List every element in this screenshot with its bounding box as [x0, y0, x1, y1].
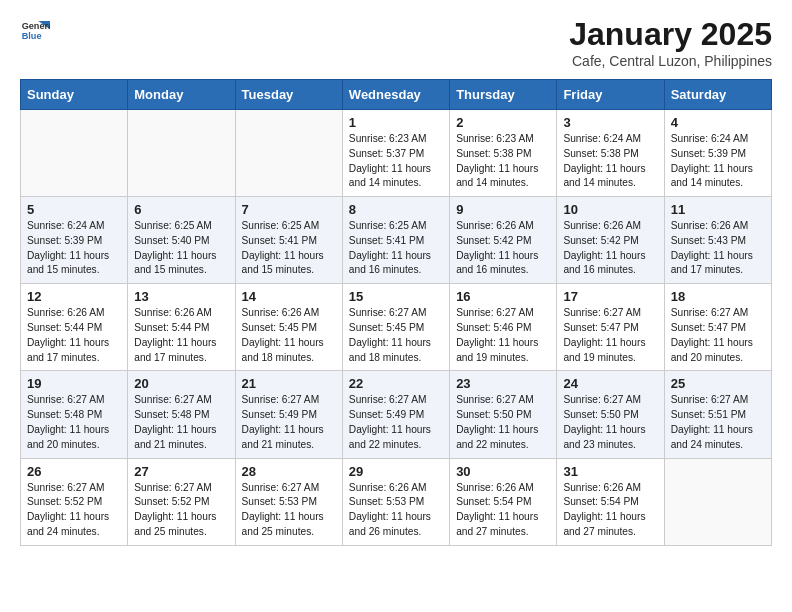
calendar-week-row: 19Sunrise: 6:27 AMSunset: 5:48 PMDayligh… — [21, 371, 772, 458]
subtitle: Cafe, Central Luzon, Philippines — [569, 53, 772, 69]
day-number: 18 — [671, 289, 765, 304]
day-header-friday: Friday — [557, 80, 664, 110]
day-number: 23 — [456, 376, 550, 391]
day-number: 5 — [27, 202, 121, 217]
day-number: 4 — [671, 115, 765, 130]
day-number: 26 — [27, 464, 121, 479]
day-info: Sunrise: 6:27 AMSunset: 5:52 PMDaylight:… — [134, 482, 216, 537]
day-info: Sunrise: 6:26 AMSunset: 5:42 PMDaylight:… — [563, 220, 645, 275]
day-info: Sunrise: 6:27 AMSunset: 5:47 PMDaylight:… — [671, 307, 753, 362]
day-info: Sunrise: 6:27 AMSunset: 5:48 PMDaylight:… — [134, 394, 216, 449]
calendar-week-row: 1Sunrise: 6:23 AMSunset: 5:37 PMDaylight… — [21, 110, 772, 197]
day-number: 15 — [349, 289, 443, 304]
day-number: 10 — [563, 202, 657, 217]
calendar-cell: 27Sunrise: 6:27 AMSunset: 5:52 PMDayligh… — [128, 458, 235, 545]
day-number: 9 — [456, 202, 550, 217]
calendar-cell: 16Sunrise: 6:27 AMSunset: 5:46 PMDayligh… — [450, 284, 557, 371]
calendar-cell: 7Sunrise: 6:25 AMSunset: 5:41 PMDaylight… — [235, 197, 342, 284]
calendar-table: SundayMondayTuesdayWednesdayThursdayFrid… — [20, 79, 772, 546]
calendar-week-row: 26Sunrise: 6:27 AMSunset: 5:52 PMDayligh… — [21, 458, 772, 545]
day-info: Sunrise: 6:27 AMSunset: 5:45 PMDaylight:… — [349, 307, 431, 362]
day-number: 19 — [27, 376, 121, 391]
calendar-cell: 5Sunrise: 6:24 AMSunset: 5:39 PMDaylight… — [21, 197, 128, 284]
day-number: 31 — [563, 464, 657, 479]
day-number: 28 — [242, 464, 336, 479]
day-header-saturday: Saturday — [664, 80, 771, 110]
calendar-cell: 3Sunrise: 6:24 AMSunset: 5:38 PMDaylight… — [557, 110, 664, 197]
day-number: 16 — [456, 289, 550, 304]
day-info: Sunrise: 6:24 AMSunset: 5:38 PMDaylight:… — [563, 133, 645, 188]
day-info: Sunrise: 6:26 AMSunset: 5:54 PMDaylight:… — [563, 482, 645, 537]
calendar-cell: 24Sunrise: 6:27 AMSunset: 5:50 PMDayligh… — [557, 371, 664, 458]
day-number: 14 — [242, 289, 336, 304]
logo: General Blue — [20, 16, 50, 46]
calendar-cell: 2Sunrise: 6:23 AMSunset: 5:38 PMDaylight… — [450, 110, 557, 197]
day-number: 29 — [349, 464, 443, 479]
calendar-cell: 8Sunrise: 6:25 AMSunset: 5:41 PMDaylight… — [342, 197, 449, 284]
day-number: 2 — [456, 115, 550, 130]
day-number: 24 — [563, 376, 657, 391]
calendar-cell: 31Sunrise: 6:26 AMSunset: 5:54 PMDayligh… — [557, 458, 664, 545]
day-number: 1 — [349, 115, 443, 130]
calendar-cell: 29Sunrise: 6:26 AMSunset: 5:53 PMDayligh… — [342, 458, 449, 545]
day-info: Sunrise: 6:26 AMSunset: 5:42 PMDaylight:… — [456, 220, 538, 275]
day-header-wednesday: Wednesday — [342, 80, 449, 110]
day-info: Sunrise: 6:26 AMSunset: 5:44 PMDaylight:… — [134, 307, 216, 362]
day-info: Sunrise: 6:25 AMSunset: 5:40 PMDaylight:… — [134, 220, 216, 275]
calendar-cell: 20Sunrise: 6:27 AMSunset: 5:48 PMDayligh… — [128, 371, 235, 458]
calendar-cell: 9Sunrise: 6:26 AMSunset: 5:42 PMDaylight… — [450, 197, 557, 284]
calendar-cell: 21Sunrise: 6:27 AMSunset: 5:49 PMDayligh… — [235, 371, 342, 458]
calendar-cell: 30Sunrise: 6:26 AMSunset: 5:54 PMDayligh… — [450, 458, 557, 545]
day-info: Sunrise: 6:27 AMSunset: 5:49 PMDaylight:… — [242, 394, 324, 449]
day-number: 27 — [134, 464, 228, 479]
calendar-cell — [21, 110, 128, 197]
calendar-cell — [128, 110, 235, 197]
day-number: 30 — [456, 464, 550, 479]
day-header-thursday: Thursday — [450, 80, 557, 110]
calendar-week-row: 12Sunrise: 6:26 AMSunset: 5:44 PMDayligh… — [21, 284, 772, 371]
calendar-header-row: SundayMondayTuesdayWednesdayThursdayFrid… — [21, 80, 772, 110]
day-info: Sunrise: 6:26 AMSunset: 5:44 PMDaylight:… — [27, 307, 109, 362]
calendar-cell: 22Sunrise: 6:27 AMSunset: 5:49 PMDayligh… — [342, 371, 449, 458]
title-block: January 2025 Cafe, Central Luzon, Philip… — [569, 16, 772, 69]
day-number: 3 — [563, 115, 657, 130]
calendar-cell: 23Sunrise: 6:27 AMSunset: 5:50 PMDayligh… — [450, 371, 557, 458]
day-header-tuesday: Tuesday — [235, 80, 342, 110]
page-header: General Blue January 2025 Cafe, Central … — [20, 16, 772, 69]
day-info: Sunrise: 6:27 AMSunset: 5:52 PMDaylight:… — [27, 482, 109, 537]
day-info: Sunrise: 6:24 AMSunset: 5:39 PMDaylight:… — [27, 220, 109, 275]
day-info: Sunrise: 6:23 AMSunset: 5:38 PMDaylight:… — [456, 133, 538, 188]
day-number: 22 — [349, 376, 443, 391]
svg-text:General: General — [22, 21, 50, 31]
day-header-monday: Monday — [128, 80, 235, 110]
day-info: Sunrise: 6:27 AMSunset: 5:53 PMDaylight:… — [242, 482, 324, 537]
day-header-sunday: Sunday — [21, 80, 128, 110]
day-number: 8 — [349, 202, 443, 217]
day-info: Sunrise: 6:27 AMSunset: 5:51 PMDaylight:… — [671, 394, 753, 449]
logo-icon: General Blue — [20, 16, 50, 46]
calendar-cell: 18Sunrise: 6:27 AMSunset: 5:47 PMDayligh… — [664, 284, 771, 371]
day-info: Sunrise: 6:23 AMSunset: 5:37 PMDaylight:… — [349, 133, 431, 188]
day-number: 11 — [671, 202, 765, 217]
day-info: Sunrise: 6:27 AMSunset: 5:46 PMDaylight:… — [456, 307, 538, 362]
day-info: Sunrise: 6:27 AMSunset: 5:47 PMDaylight:… — [563, 307, 645, 362]
day-number: 25 — [671, 376, 765, 391]
day-info: Sunrise: 6:27 AMSunset: 5:48 PMDaylight:… — [27, 394, 109, 449]
calendar-cell: 25Sunrise: 6:27 AMSunset: 5:51 PMDayligh… — [664, 371, 771, 458]
day-number: 17 — [563, 289, 657, 304]
calendar-cell: 1Sunrise: 6:23 AMSunset: 5:37 PMDaylight… — [342, 110, 449, 197]
calendar-cell: 13Sunrise: 6:26 AMSunset: 5:44 PMDayligh… — [128, 284, 235, 371]
calendar-cell: 4Sunrise: 6:24 AMSunset: 5:39 PMDaylight… — [664, 110, 771, 197]
main-title: January 2025 — [569, 16, 772, 53]
day-number: 6 — [134, 202, 228, 217]
calendar-cell: 19Sunrise: 6:27 AMSunset: 5:48 PMDayligh… — [21, 371, 128, 458]
calendar-week-row: 5Sunrise: 6:24 AMSunset: 5:39 PMDaylight… — [21, 197, 772, 284]
calendar-cell: 12Sunrise: 6:26 AMSunset: 5:44 PMDayligh… — [21, 284, 128, 371]
day-info: Sunrise: 6:26 AMSunset: 5:45 PMDaylight:… — [242, 307, 324, 362]
calendar-cell: 14Sunrise: 6:26 AMSunset: 5:45 PMDayligh… — [235, 284, 342, 371]
calendar-cell: 17Sunrise: 6:27 AMSunset: 5:47 PMDayligh… — [557, 284, 664, 371]
calendar-cell: 11Sunrise: 6:26 AMSunset: 5:43 PMDayligh… — [664, 197, 771, 284]
day-number: 13 — [134, 289, 228, 304]
calendar-cell — [664, 458, 771, 545]
day-info: Sunrise: 6:24 AMSunset: 5:39 PMDaylight:… — [671, 133, 753, 188]
